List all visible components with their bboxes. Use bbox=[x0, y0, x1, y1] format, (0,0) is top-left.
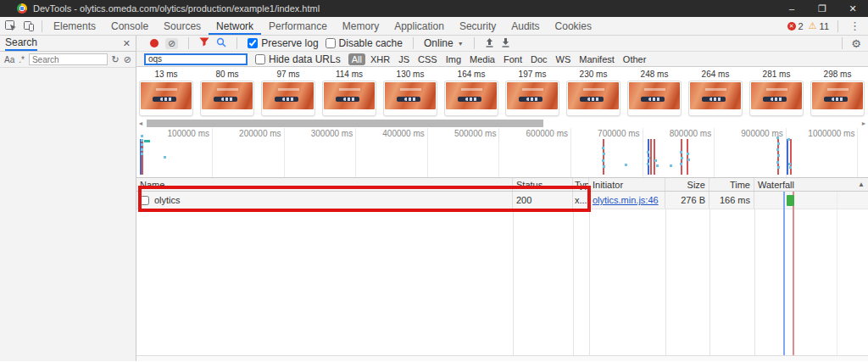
preserve-log-checkbox[interactable]: Preserve log bbox=[248, 37, 318, 49]
filmstrip-frame[interactable]: 230 ms bbox=[566, 69, 620, 118]
tab-sources[interactable]: Sources bbox=[156, 17, 209, 35]
row-checkbox[interactable] bbox=[140, 196, 149, 205]
filter-type-css[interactable]: CSS bbox=[415, 53, 441, 65]
column-header-initiator[interactable]: Initiator bbox=[589, 178, 665, 191]
tab-application[interactable]: Application bbox=[387, 17, 452, 35]
search-close-icon[interactable]: ✕ bbox=[123, 38, 131, 49]
minimize-button[interactable]: – bbox=[776, 0, 807, 17]
search-requests-icon[interactable] bbox=[216, 37, 226, 50]
tab-performance[interactable]: Performance bbox=[261, 17, 335, 35]
scroll-right-icon[interactable]: ► bbox=[860, 120, 868, 126]
tab-console[interactable]: Console bbox=[103, 17, 156, 35]
device-toolbar-icon[interactable] bbox=[24, 21, 35, 31]
tab-cookies[interactable]: Cookies bbox=[548, 17, 599, 35]
filter-type-xhr[interactable]: XHR bbox=[367, 53, 393, 65]
filter-type-manifest[interactable]: Manifest bbox=[576, 53, 618, 65]
warning-badge[interactable]: ⚠ 11 bbox=[809, 21, 829, 31]
filter-type-doc[interactable]: Doc bbox=[527, 53, 551, 65]
network-filter-bar: Hide data URLs AllXHRJSCSSImgMediaFontDo… bbox=[136, 52, 868, 67]
clear-search-icon[interactable]: ⊘ bbox=[124, 55, 131, 64]
tab-security[interactable]: Security bbox=[452, 17, 504, 35]
tab-elements[interactable]: Elements bbox=[46, 17, 103, 35]
more-options-menu-icon[interactable]: ⋮ bbox=[847, 19, 863, 32]
filmstrip-frame[interactable]: 114 ms bbox=[322, 69, 376, 118]
disable-cache-checkbox[interactable]: Disable cache bbox=[326, 37, 403, 49]
filmstrip-thumbnail bbox=[200, 81, 254, 116]
filmstrip-timestamp: 197 ms bbox=[505, 69, 559, 81]
filmstrip-frame[interactable]: 164 ms bbox=[444, 69, 498, 118]
filmstrip-thumbnail bbox=[383, 81, 437, 116]
filmstrip-scrollbar[interactable]: ◄ ► bbox=[136, 118, 868, 128]
preserve-log-input[interactable] bbox=[248, 38, 258, 48]
devtools-tab-strip: ElementsConsoleSourcesNetworkPerformance… bbox=[46, 17, 599, 35]
overview-request-dot bbox=[603, 153, 605, 155]
filmstrip-frame[interactable]: 298 ms bbox=[810, 69, 865, 118]
filmstrip-frame[interactable]: 97 ms bbox=[261, 69, 315, 118]
page-screenshot-thumbnail bbox=[385, 82, 436, 109]
filmstrip-timestamp: 264 ms bbox=[688, 69, 743, 81]
clear-requests-icon[interactable]: ⊘ bbox=[165, 38, 178, 49]
scrollbar-thumb[interactable] bbox=[147, 120, 543, 127]
divider bbox=[842, 37, 843, 49]
column-header-type[interactable]: Type bbox=[573, 178, 589, 191]
record-button[interactable] bbox=[150, 39, 159, 47]
filter-type-other[interactable]: Other bbox=[620, 53, 650, 65]
request-type: x... bbox=[573, 192, 589, 209]
filmstrip-frame[interactable]: 281 ms bbox=[749, 69, 804, 118]
tab-memory[interactable]: Memory bbox=[335, 17, 387, 35]
filmstrip-timestamp: 298 ms bbox=[810, 69, 865, 81]
hide-data-urls-checkbox[interactable]: Hide data URLs bbox=[255, 53, 341, 65]
hide-data-urls-input[interactable] bbox=[255, 54, 265, 64]
regex-toggle[interactable]: .* bbox=[19, 55, 25, 64]
filter-type-font[interactable]: Font bbox=[500, 53, 526, 65]
filmstrip-frame[interactable]: 248 ms bbox=[627, 69, 682, 118]
overview-event-line bbox=[687, 139, 688, 175]
column-divider bbox=[573, 209, 574, 355]
tab-audits[interactable]: Audits bbox=[504, 17, 547, 35]
column-header-size[interactable]: Size bbox=[665, 178, 709, 191]
filmstrip-frame[interactable]: 130 ms bbox=[383, 69, 437, 118]
filter-type-js[interactable]: JS bbox=[395, 53, 413, 65]
filter-type-img[interactable]: Img bbox=[442, 53, 465, 65]
overview-tick-label: 500000 ms bbox=[428, 129, 496, 138]
export-har-icon[interactable] bbox=[501, 37, 510, 50]
filter-type-all[interactable]: All bbox=[348, 53, 365, 65]
column-header-waterfall[interactable]: Waterfall ▲ bbox=[754, 178, 868, 191]
network-toolbar: ⊘ Preserve log Disable cache Online ▼ bbox=[136, 36, 868, 52]
filter-type-ws[interactable]: WS bbox=[553, 53, 575, 65]
column-header-time[interactable]: Time bbox=[709, 178, 754, 191]
column-header-status[interactable]: Status bbox=[513, 178, 573, 191]
overview-event-line bbox=[603, 139, 604, 175]
overview-tick-label: 700000 ms bbox=[572, 129, 640, 138]
filmstrip-thumbnail bbox=[139, 81, 193, 116]
column-header-name[interactable]: Name bbox=[136, 178, 513, 191]
overview-request-dot bbox=[776, 136, 779, 139]
filmstrip-timestamp: 230 ms bbox=[566, 69, 620, 81]
refresh-icon[interactable]: ↻ bbox=[112, 55, 120, 64]
disable-cache-input[interactable] bbox=[326, 38, 336, 48]
filter-type-media[interactable]: Media bbox=[466, 53, 498, 65]
throttling-dropdown[interactable]: Online ▼ bbox=[424, 37, 464, 49]
scroll-left-icon[interactable]: ◄ bbox=[136, 120, 145, 126]
page-screenshot-thumbnail bbox=[446, 82, 497, 109]
close-button[interactable]: ✕ bbox=[837, 0, 868, 17]
import-har-icon[interactable] bbox=[485, 37, 494, 50]
search-panel-title: Search bbox=[5, 36, 37, 51]
inspect-element-icon[interactable] bbox=[5, 20, 17, 31]
filmstrip-frame[interactable]: 80 ms bbox=[200, 69, 254, 118]
gear-icon[interactable]: ⚙ bbox=[851, 37, 861, 50]
network-overview[interactable]: 100000 ms200000 ms300000 ms400000 ms5000… bbox=[136, 128, 868, 178]
overview-tick-label: 300000 ms bbox=[285, 129, 353, 138]
maximize-button[interactable]: ❐ bbox=[807, 0, 837, 17]
error-badge[interactable]: ✕ 2 bbox=[787, 21, 804, 31]
filter-input[interactable] bbox=[144, 53, 248, 65]
match-case-toggle[interactable]: Aa bbox=[4, 55, 14, 64]
table-row[interactable]: olytics 200 x... olytics.min.js:46 276 B… bbox=[136, 192, 868, 209]
filmstrip-frame[interactable]: 197 ms bbox=[505, 69, 559, 118]
initiator-link[interactable]: olytics.min.js:46 bbox=[593, 195, 659, 205]
filter-funnel-icon[interactable] bbox=[199, 37, 209, 49]
filmstrip-frame[interactable]: 264 ms bbox=[688, 69, 743, 118]
filmstrip-frame[interactable]: 13 ms bbox=[139, 69, 193, 118]
tab-network[interactable]: Network bbox=[209, 17, 261, 35]
search-input[interactable] bbox=[29, 53, 108, 65]
